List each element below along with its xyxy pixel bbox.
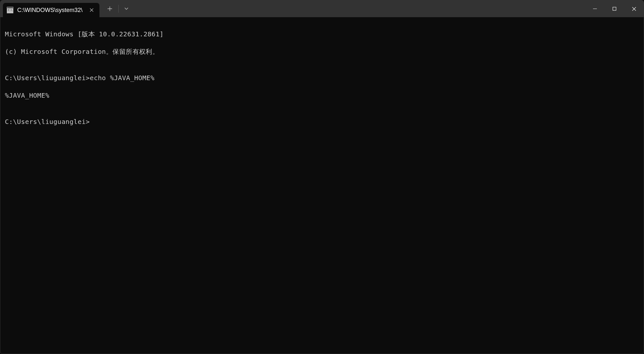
new-tab-button[interactable] <box>103 2 116 15</box>
tab-dropdown-button[interactable] <box>121 2 132 15</box>
terminal-output-line: Microsoft Windows [版本 10.0.22631.2861] <box>5 30 639 39</box>
close-window-button[interactable] <box>624 0 644 17</box>
titlebar: C:\ C:\WINDOWS\system32\ <box>0 0 644 17</box>
terminal-content[interactable]: Microsoft Windows [版本 10.0.22631.2861] (… <box>0 17 644 139</box>
tab-close-button[interactable] <box>88 7 95 13</box>
titlebar-left: C:\ C:\WINDOWS\system32\ <box>0 0 132 17</box>
terminal-output-line: (c) Microsoft Corporation。保留所有权利。 <box>5 47 639 56</box>
terminal-prompt-line: C:\Users\liuguanglei> <box>5 117 639 126</box>
cmd-icon: C:\ <box>7 7 13 13</box>
tab-divider <box>118 5 119 13</box>
terminal-prompt-line: C:\Users\liuguanglei>echo %JAVA_HOME% <box>5 74 639 82</box>
tab-title: C:\WINDOWS\system32\ <box>17 7 83 14</box>
terminal-tab[interactable]: C:\ C:\WINDOWS\system32\ <box>3 3 99 17</box>
svg-text:C:\: C:\ <box>8 9 12 12</box>
terminal-output-line: %JAVA_HOME% <box>5 91 639 100</box>
svg-rect-1 <box>7 7 13 8</box>
window-controls <box>585 0 644 17</box>
maximize-button[interactable] <box>605 0 624 17</box>
minimize-button[interactable] <box>585 0 605 17</box>
svg-rect-8 <box>613 7 616 10</box>
